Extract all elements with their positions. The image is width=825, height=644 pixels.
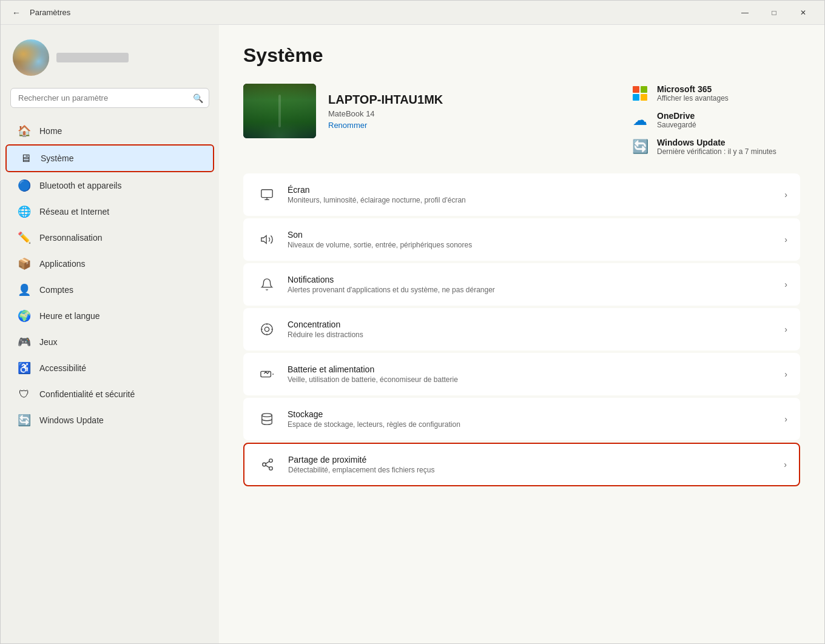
- sidebar-item-confid[interactable]: 🛡 Confidentialité et sécurité: [5, 381, 214, 407]
- sidebar-icon-bluetooth: 🔵: [18, 179, 31, 192]
- sidebar-label-home: Home: [39, 126, 62, 136]
- sidebar-item-jeux[interactable]: 🎮 Jeux: [5, 329, 214, 355]
- svg-point-14: [263, 463, 266, 466]
- settings-title-son: Son: [288, 230, 784, 240]
- device-card: LAPTOP-IHTAU1MK MateBook 14 Renommer: [243, 84, 618, 138]
- settings-item-son[interactable]: Son Niveaux de volume, sortie, entrée, p…: [243, 218, 800, 261]
- settings-item-concentration[interactable]: Concentration Réduire les distractions ›: [243, 308, 800, 351]
- sidebar-search-container: 🔍: [10, 88, 209, 108]
- right-info-cards: Microsoft 365 Afficher les avantages ☁ O…: [630, 84, 800, 156]
- settings-item-batterie[interactable]: Batterie et alimentation Veille, utilisa…: [243, 353, 800, 395]
- sidebar-icon-access: ♿: [18, 361, 31, 375]
- sidebar-label-winupdate: Windows Update: [39, 415, 104, 425]
- svg-point-4: [261, 324, 272, 335]
- settings-item-notifications[interactable]: Notifications Alertes provenant d'applic…: [243, 263, 800, 306]
- sidebar-item-perso[interactable]: ✏️ Personnalisation: [5, 225, 214, 250]
- settings-title-stockage: Stockage: [288, 409, 784, 419]
- settings-title-partage: Partage de proximité: [288, 455, 784, 465]
- settings-desc-partage: Détectabilité, emplacement des fichiers …: [288, 466, 784, 474]
- maximize-button[interactable]: □: [760, 3, 788, 22]
- device-name: LAPTOP-IHTAU1MK: [328, 93, 443, 107]
- settings-desc-concentration: Réduire les distractions: [288, 330, 784, 339]
- settings-icon-stockage: [256, 408, 278, 430]
- svg-point-15: [269, 467, 273, 471]
- settings-title-notifications: Notifications: [288, 275, 784, 284]
- device-model: MateBook 14: [328, 109, 443, 118]
- sidebar-item-systeme[interactable]: 🖥 Système: [5, 144, 214, 172]
- sidebar-label-bluetooth: Bluetooth et appareils: [39, 181, 121, 190]
- chevron-icon-son: ›: [784, 235, 787, 244]
- winupdate-desc: Dernière vérification : il y a 7 minutes: [657, 147, 776, 156]
- sidebar-label-jeux: Jeux: [39, 337, 58, 347]
- main-content: Système LAPTOP-IHTAU1MK MateBook 14 Reno…: [219, 25, 824, 643]
- username: ████████████: [56, 53, 129, 62]
- sidebar-icon-systeme: 🖥: [19, 152, 32, 165]
- sidebar-icon-comptes: 👤: [18, 283, 31, 297]
- sidebar: ████████████ 🔍 🏠 Home 🖥 Système 🔵 Blueto…: [1, 25, 219, 643]
- winupdate-card[interactable]: 🔄 Windows Update Dernière vérification :…: [630, 137, 800, 156]
- sidebar-icon-home: 🏠: [18, 124, 31, 138]
- sidebar-item-apps[interactable]: 📦 Applications: [5, 251, 214, 277]
- back-button[interactable]: ←: [8, 4, 25, 21]
- svg-point-13: [269, 459, 273, 463]
- sidebar-label-confid: Confidentialité et sécurité: [39, 389, 135, 399]
- window-controls: — □ ✕: [731, 3, 817, 22]
- sidebar-icon-reseau: 🌐: [18, 205, 31, 218]
- minimize-button[interactable]: —: [731, 3, 759, 22]
- settings-icon-concentration: [256, 318, 278, 340]
- sidebar-icon-apps: 📦: [18, 257, 31, 270]
- window: ← Paramètres — □ ✕ ████████████: [0, 0, 825, 644]
- ms365-title: Microsoft 365: [657, 84, 729, 94]
- ms365-card[interactable]: Microsoft 365 Afficher les avantages: [630, 84, 800, 103]
- sidebar-icon-jeux: 🎮: [18, 335, 31, 349]
- content-area: ████████████ 🔍 🏠 Home 🖥 Système 🔵 Blueto…: [1, 25, 824, 643]
- sidebar-icon-winupdate: 🔄: [18, 414, 31, 427]
- sidebar-icon-perso: ✏️: [18, 231, 31, 244]
- settings-desc-notifications: Alertes provenant d'applications et du s…: [288, 286, 784, 294]
- close-button[interactable]: ✕: [789, 3, 817, 22]
- sidebar-item-winupdate[interactable]: 🔄 Windows Update: [5, 408, 214, 433]
- settings-icon-son: [256, 229, 278, 250]
- svg-point-12: [262, 414, 272, 417]
- winupdate-icon: 🔄: [630, 137, 650, 156]
- settings-title-concentration: Concentration: [288, 320, 784, 329]
- sidebar-item-home[interactable]: 🏠 Home: [5, 118, 214, 144]
- settings-item-stockage[interactable]: Stockage Espace de stockage, lecteurs, r…: [243, 398, 800, 440]
- sidebar-item-reseau[interactable]: 🌐 Réseau et Internet: [5, 199, 214, 224]
- onedrive-icon: ☁: [630, 110, 650, 130]
- page-title: Système: [243, 44, 800, 67]
- sidebar-item-access[interactable]: ♿ Accessibilité: [5, 355, 214, 381]
- winupdate-title: Windows Update: [657, 138, 776, 147]
- sidebar-label-access: Accessibilité: [39, 363, 86, 373]
- settings-title-ecran: Écran: [288, 185, 784, 195]
- svg-point-5: [264, 327, 269, 331]
- settings-icon-batterie: [256, 363, 278, 385]
- onedrive-card[interactable]: ☁ OneDrive Sauvegardé: [630, 110, 800, 130]
- chevron-icon-partage: ›: [784, 460, 787, 469]
- avatar: [13, 39, 49, 76]
- sidebar-item-heure[interactable]: 🌍 Heure et langue: [5, 303, 214, 329]
- sidebar-nav: 🏠 Home 🖥 Système 🔵 Bluetooth et appareil…: [1, 118, 219, 434]
- svg-rect-0: [261, 190, 272, 198]
- chevron-icon-concentration: ›: [784, 324, 787, 334]
- sidebar-profile: ████████████: [1, 35, 219, 88]
- sidebar-icon-confid: 🛡: [18, 387, 31, 401]
- settings-item-partage[interactable]: Partage de proximité Détectabilité, empl…: [243, 443, 800, 486]
- rename-link[interactable]: Renommer: [328, 121, 443, 130]
- sidebar-item-comptes[interactable]: 👤 Comptes: [5, 277, 214, 303]
- sidebar-label-apps: Applications: [39, 259, 86, 269]
- device-image: [243, 84, 316, 138]
- ms365-desc: Afficher les avantages: [657, 94, 729, 102]
- chevron-icon-notifications: ›: [784, 280, 787, 289]
- settings-item-ecran[interactable]: Écran Moniteurs, luminosité, éclairage n…: [243, 173, 800, 216]
- search-input[interactable]: [10, 88, 209, 108]
- sidebar-label-heure: Heure et langue: [39, 311, 100, 321]
- chevron-icon-batterie: ›: [784, 369, 787, 379]
- settings-title-batterie: Batterie et alimentation: [288, 364, 784, 374]
- titlebar-title: Paramètres: [30, 8, 70, 17]
- sidebar-label-systeme: Système: [41, 153, 73, 163]
- sidebar-item-bluetooth[interactable]: 🔵 Bluetooth et appareils: [5, 173, 214, 198]
- titlebar: ← Paramètres — □ ✕: [1, 1, 824, 25]
- top-section: LAPTOP-IHTAU1MK MateBook 14 Renommer: [243, 84, 800, 156]
- svg-line-17: [266, 461, 269, 464]
